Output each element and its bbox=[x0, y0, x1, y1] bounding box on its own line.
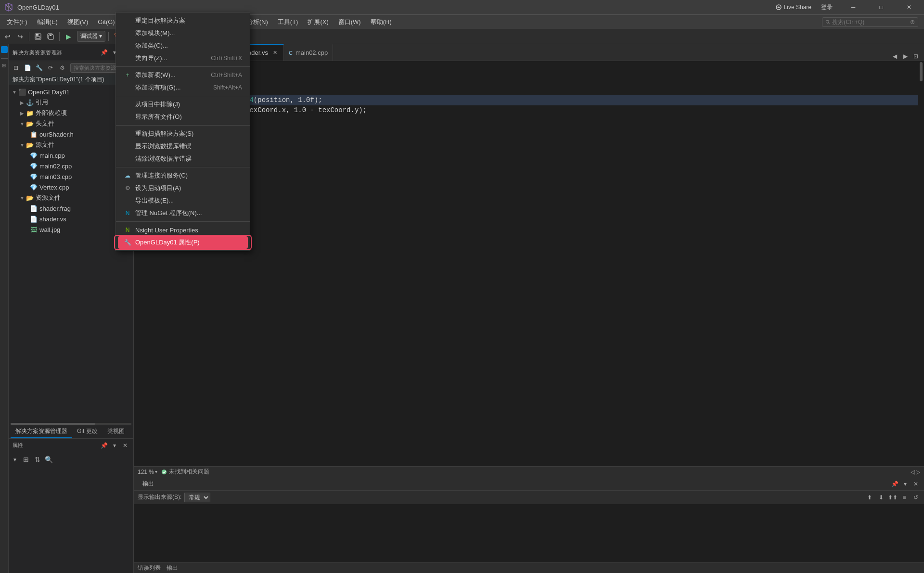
menu-item-view[interactable]: 视图(V) bbox=[63, 16, 93, 28]
collapse-all-button[interactable]: ⊟ bbox=[11, 63, 21, 73]
zoom-value: 121 % bbox=[138, 469, 154, 475]
tree-header-files[interactable]: ▼ 📂 头文件 bbox=[9, 118, 133, 129]
panel-toolbar-btn5[interactable]: ↺ bbox=[911, 493, 920, 502]
code-editor[interactable]: vec3 position; vec3 color; vec2 texCoord… bbox=[134, 61, 918, 466]
ctx-export-template[interactable]: 导出模板(E)... bbox=[116, 194, 250, 207]
panel-more-button[interactable]: ▾ bbox=[901, 480, 910, 488]
zoom-status[interactable]: 121 % ▾ bbox=[138, 469, 157, 475]
tree-main02-cpp[interactable]: 💎 main02.cpp bbox=[9, 161, 133, 171]
menu-item-help[interactable]: 帮助(H) bbox=[366, 16, 397, 28]
maximize-button[interactable]: □ bbox=[870, 0, 892, 14]
tree-main-cpp[interactable]: 💎 main.cpp bbox=[9, 150, 133, 161]
sidebar-pin-button[interactable]: 📌 bbox=[100, 48, 108, 57]
sidebar-tab-git[interactable]: Git 更改 bbox=[72, 425, 103, 438]
sidebar-toolbar: ⊟ 📄 🔧 ⟳ ⚙ bbox=[9, 61, 133, 75]
ctx-show-db-errors[interactable]: 显示浏览数据库错误 bbox=[116, 140, 250, 153]
header-folder-icon: 📂 bbox=[26, 120, 34, 127]
tree-shader-vs[interactable]: 📄 shader.vs bbox=[9, 214, 133, 224]
properties-pin-button[interactable]: 📌 bbox=[100, 441, 108, 450]
ctx-manage-nuget[interactable]: N 管理 NuGet 程序包(N)... bbox=[116, 207, 250, 219]
panel-tab-output[interactable]: 输出 bbox=[167, 564, 178, 572]
info-bar-scroll-right[interactable]: ▷ bbox=[916, 469, 920, 475]
ctx-add-existing[interactable]: 添加现有项(G)... Shift+Alt+A bbox=[116, 81, 250, 94]
debug-target-dropdown[interactable]: 调试器 ▾ bbox=[77, 31, 105, 42]
toolbar-undo[interactable]: ↩ bbox=[2, 31, 13, 42]
tree-ourshaderhh[interactable]: 📋 ourShader.h bbox=[9, 129, 133, 140]
ctx-sep-3 bbox=[116, 125, 250, 126]
menu-item-extensions[interactable]: 扩展(X) bbox=[303, 16, 333, 28]
panel-toolbar-btn4[interactable]: ≡ bbox=[900, 493, 909, 502]
panel-close-button[interactable]: ✕ bbox=[911, 480, 920, 488]
prop-grid-icon[interactable]: ⊞ bbox=[21, 455, 31, 464]
panel-source-select[interactable]: 常规 bbox=[184, 493, 210, 502]
menu-item-window[interactable]: 窗口(W) bbox=[334, 16, 366, 28]
editor-scrollbar[interactable] bbox=[918, 61, 924, 466]
toolbar-redo[interactable]: ↪ bbox=[14, 31, 26, 42]
ctx-rescan[interactable]: 重新扫描解决方案(S) bbox=[116, 127, 250, 140]
activity-icons[interactable]: ⊞ bbox=[1, 64, 7, 67]
properties-button[interactable]: 🔧 bbox=[34, 63, 44, 73]
resource-folder-icon: 📂 bbox=[26, 194, 34, 202]
panel-toolbar-btn2[interactable]: ⬇ bbox=[877, 493, 886, 502]
ctx-add-module[interactable]: 添加模块(M)... bbox=[116, 27, 250, 39]
tab-bar-pin[interactable]: ◀ bbox=[890, 52, 899, 61]
global-search-box[interactable] bbox=[822, 17, 918, 27]
menu-item-tools[interactable]: 工具(T) bbox=[273, 16, 303, 28]
tree-source-files[interactable]: ▼ 📂 源文件 bbox=[9, 140, 133, 150]
tree-references[interactable]: ▶ ⚓ 引用 bbox=[9, 97, 133, 108]
toolbar-run[interactable]: ▶ bbox=[63, 31, 74, 42]
panel-toolbar-btn3[interactable]: ⬆⬆ bbox=[888, 493, 897, 502]
ctx-clear-db-errors[interactable]: 清除浏览数据库错误 bbox=[116, 153, 250, 165]
filter-button[interactable]: ⚙ bbox=[57, 63, 67, 73]
tree-wall-jpg[interactable]: 🖼 wall.jpg bbox=[9, 224, 133, 235]
close-button[interactable]: ✕ bbox=[898, 0, 920, 14]
tab-bar-more[interactable]: ▶ bbox=[901, 52, 910, 61]
menu-item-edit[interactable]: 编辑(E) bbox=[32, 16, 63, 28]
ctx-add-class[interactable]: 添加类(C)... bbox=[116, 39, 250, 52]
toolbar-save-all[interactable] bbox=[45, 31, 56, 42]
activity-explorer[interactable] bbox=[1, 46, 8, 53]
tree-vertex-cpp[interactable]: 💎 Vertex.cpp bbox=[9, 182, 133, 192]
live-share-button[interactable]: Live Share bbox=[771, 3, 815, 12]
global-search-input[interactable] bbox=[832, 19, 908, 25]
properties-close-button[interactable]: ✕ bbox=[121, 441, 129, 450]
ctx-show-all[interactable]: 显示所有文件(O) bbox=[116, 111, 250, 123]
editor-area: H shader.h F shader.frag V shader.vs ✕ C… bbox=[134, 44, 924, 573]
ctx-retarget-solution[interactable]: 重定目标解决方案 bbox=[116, 14, 250, 27]
panel-pin-button[interactable]: 📌 bbox=[890, 480, 899, 488]
ctx-add-class-icon bbox=[124, 42, 131, 50]
tab-bar-close-all[interactable]: ⊡ bbox=[911, 52, 920, 61]
ctx-exclude[interactable]: 从项目中排除(J) bbox=[116, 98, 250, 111]
tab-main02-cpp[interactable]: C main02.cpp bbox=[284, 44, 333, 61]
toolbar-save[interactable] bbox=[32, 31, 44, 42]
tree-shader-frag[interactable]: 📄 shader.frag bbox=[9, 203, 133, 214]
tab-shader-vs-close[interactable]: ✕ bbox=[271, 49, 279, 57]
ctx-add-new-item[interactable]: + 添加新项(W)... Ctrl+Shift+A bbox=[116, 69, 250, 81]
panel-toolbar-btn1[interactable]: ⬆ bbox=[865, 493, 874, 502]
tree-external-deps[interactable]: ▶ 📁 外部依赖项 bbox=[9, 108, 133, 118]
prop-sort-icon[interactable]: ⇅ bbox=[33, 455, 42, 464]
properties-down-arrow[interactable]: ▼ bbox=[13, 457, 17, 462]
scroll-thumb[interactable] bbox=[920, 62, 923, 81]
sync-button[interactable]: ⟳ bbox=[45, 63, 56, 73]
show-all-files-button[interactable]: 📄 bbox=[22, 63, 33, 73]
sidebar-tab-solution-explorer[interactable]: 解决方案资源管理器 bbox=[11, 425, 72, 438]
login-label[interactable]: 登录 bbox=[821, 3, 833, 12]
panel-tab-errors[interactable]: 错误列表 bbox=[138, 564, 161, 572]
ctx-manage-services[interactable]: ☁ 管理连接的服务(C) bbox=[116, 169, 250, 182]
info-bar-scroll-left[interactable]: ◁ bbox=[911, 469, 915, 475]
menu-item-file[interactable]: 文件(F) bbox=[2, 16, 32, 28]
minimize-button[interactable]: ─ bbox=[842, 0, 864, 14]
sidebar-search-input[interactable] bbox=[74, 65, 121, 71]
ctx-class-wizard[interactable]: 类向导(Z)... Ctrl+Shift+X bbox=[116, 52, 250, 64]
tree-root-openglday01[interactable]: ▼ ⬛ OpenGLDay01 bbox=[9, 87, 133, 97]
tree-main03-cpp[interactable]: 💎 main03.cpp bbox=[9, 171, 133, 182]
tree-resource-files[interactable]: ▼ 📂 资源文件 bbox=[9, 192, 133, 203]
ctx-nsight[interactable]: N Nsight User Properties bbox=[116, 224, 250, 236]
ctx-properties[interactable]: 🔧 OpenGLDay01 属性(P) bbox=[118, 236, 248, 249]
properties-menu-button[interactable]: ▾ bbox=[110, 441, 119, 450]
ctx-set-startup[interactable]: ⚙ 设为启动项目(A) bbox=[116, 182, 250, 194]
shader-vs-icon: 📄 bbox=[30, 215, 38, 223]
prop-search-icon[interactable]: 🔍 bbox=[44, 455, 54, 464]
sidebar-tab-classview[interactable]: 类视图 bbox=[103, 425, 129, 438]
